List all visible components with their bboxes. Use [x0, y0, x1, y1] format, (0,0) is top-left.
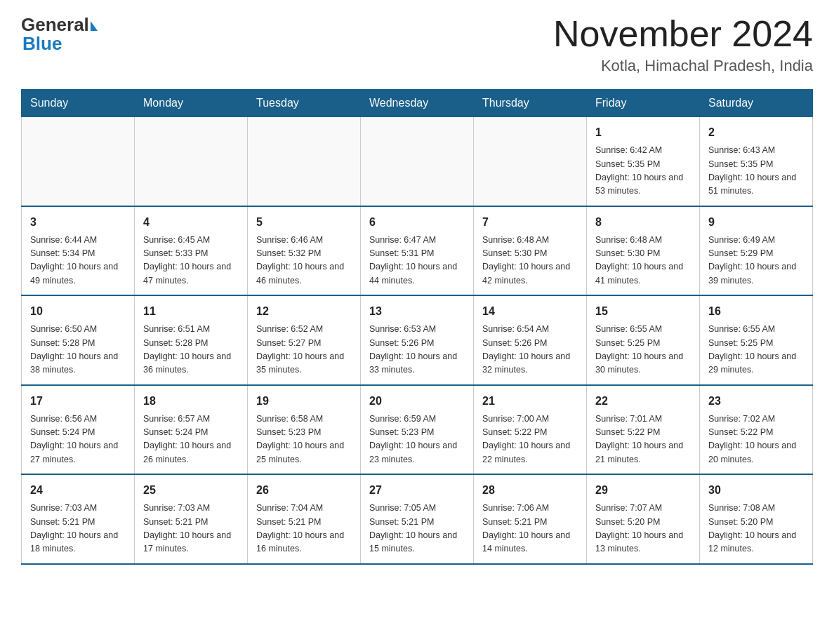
day-number: 28 [482, 482, 578, 499]
day-info: Sunrise: 6:43 AMSunset: 5:35 PMDaylight:… [708, 144, 804, 199]
calendar-cell: 2Sunrise: 6:43 AMSunset: 5:35 PMDaylight… [700, 117, 813, 206]
calendar-cell: 29Sunrise: 7:07 AMSunset: 5:20 PMDayligh… [587, 474, 700, 564]
day-info: Sunrise: 7:07 AMSunset: 5:20 PMDaylight:… [595, 502, 691, 556]
day-info: Sunrise: 6:45 AMSunset: 5:33 PMDaylight:… [143, 234, 239, 288]
day-info: Sunrise: 7:08 AMSunset: 5:20 PMDaylight:… [708, 502, 804, 556]
calendar-cell: 23Sunrise: 7:02 AMSunset: 5:22 PMDayligh… [700, 385, 813, 475]
day-info: Sunrise: 7:01 AMSunset: 5:22 PMDaylight:… [595, 412, 691, 467]
day-info: Sunrise: 6:46 AMSunset: 5:32 PMDaylight:… [256, 234, 352, 288]
calendar-cell: 20Sunrise: 6:59 AMSunset: 5:23 PMDayligh… [361, 385, 474, 475]
day-number: 9 [708, 214, 804, 231]
calendar-cell: 10Sunrise: 6:50 AMSunset: 5:28 PMDayligh… [22, 295, 135, 385]
calendar-cell: 26Sunrise: 7:04 AMSunset: 5:21 PMDayligh… [248, 474, 361, 564]
day-number: 27 [369, 482, 465, 499]
day-number: 5 [256, 214, 352, 231]
day-number: 22 [595, 393, 691, 410]
day-number: 15 [595, 303, 691, 320]
calendar-table: SundayMondayTuesdayWednesdayThursdayFrid… [21, 89, 813, 565]
calendar-cell: 5Sunrise: 6:46 AMSunset: 5:32 PMDaylight… [248, 206, 361, 296]
day-info: Sunrise: 6:55 AMSunset: 5:25 PMDaylight:… [708, 323, 804, 377]
calendar-header-thursday: Thursday [474, 90, 587, 117]
day-info: Sunrise: 6:44 AMSunset: 5:34 PMDaylight:… [30, 234, 126, 288]
calendar-cell: 7Sunrise: 6:48 AMSunset: 5:30 PMDaylight… [474, 206, 587, 296]
calendar-header-friday: Friday [587, 90, 700, 117]
day-info: Sunrise: 6:54 AMSunset: 5:26 PMDaylight:… [482, 323, 578, 377]
day-number: 26 [256, 482, 352, 499]
day-info: Sunrise: 6:56 AMSunset: 5:24 PMDaylight:… [30, 412, 126, 467]
calendar-cell: 4Sunrise: 6:45 AMSunset: 5:33 PMDaylight… [135, 206, 248, 296]
day-number: 29 [595, 482, 691, 499]
calendar-cell [248, 117, 361, 206]
calendar-cell: 21Sunrise: 7:00 AMSunset: 5:22 PMDayligh… [474, 385, 587, 475]
day-info: Sunrise: 6:50 AMSunset: 5:28 PMDaylight:… [30, 323, 126, 377]
day-info: Sunrise: 6:48 AMSunset: 5:30 PMDaylight:… [482, 234, 578, 288]
calendar-cell: 24Sunrise: 7:03 AMSunset: 5:21 PMDayligh… [22, 474, 135, 564]
day-number: 11 [143, 303, 239, 320]
day-info: Sunrise: 6:49 AMSunset: 5:29 PMDaylight:… [708, 234, 804, 288]
calendar-week-row: 3Sunrise: 6:44 AMSunset: 5:34 PMDaylight… [22, 206, 813, 296]
day-number: 6 [369, 214, 465, 231]
day-info: Sunrise: 7:03 AMSunset: 5:21 PMDaylight:… [30, 502, 126, 556]
day-info: Sunrise: 6:51 AMSunset: 5:28 PMDaylight:… [143, 323, 239, 377]
page-header: General Blue November 2024 Kotla, Himach… [21, 14, 813, 75]
day-number: 3 [30, 214, 126, 231]
calendar-cell: 22Sunrise: 7:01 AMSunset: 5:22 PMDayligh… [587, 385, 700, 475]
calendar-cell: 9Sunrise: 6:49 AMSunset: 5:29 PMDaylight… [700, 206, 813, 296]
calendar-header-wednesday: Wednesday [361, 90, 474, 117]
day-number: 24 [30, 482, 126, 499]
calendar-cell: 6Sunrise: 6:47 AMSunset: 5:31 PMDaylight… [361, 206, 474, 296]
day-number: 21 [482, 393, 578, 410]
calendar-header-monday: Monday [135, 90, 248, 117]
calendar-cell: 11Sunrise: 6:51 AMSunset: 5:28 PMDayligh… [135, 295, 248, 385]
calendar-header-tuesday: Tuesday [248, 90, 361, 117]
calendar-cell: 30Sunrise: 7:08 AMSunset: 5:20 PMDayligh… [700, 474, 813, 564]
day-info: Sunrise: 7:02 AMSunset: 5:22 PMDaylight:… [708, 412, 804, 467]
calendar-cell: 18Sunrise: 6:57 AMSunset: 5:24 PMDayligh… [135, 385, 248, 475]
calendar-header-saturday: Saturday [700, 90, 813, 117]
day-info: Sunrise: 7:03 AMSunset: 5:21 PMDaylight:… [143, 502, 239, 556]
calendar-cell: 3Sunrise: 6:44 AMSunset: 5:34 PMDaylight… [22, 206, 135, 296]
day-info: Sunrise: 6:55 AMSunset: 5:25 PMDaylight:… [595, 323, 691, 377]
day-number: 10 [30, 303, 126, 320]
calendar-cell: 19Sunrise: 6:58 AMSunset: 5:23 PMDayligh… [248, 385, 361, 475]
day-number: 20 [369, 393, 465, 410]
day-info: Sunrise: 6:57 AMSunset: 5:24 PMDaylight:… [143, 412, 239, 467]
calendar-cell: 1Sunrise: 6:42 AMSunset: 5:35 PMDaylight… [587, 117, 700, 206]
day-number: 30 [708, 482, 804, 499]
page-title: November 2024 [553, 14, 813, 54]
day-number: 25 [143, 482, 239, 499]
day-info: Sunrise: 6:47 AMSunset: 5:31 PMDaylight:… [369, 234, 465, 288]
calendar-cell: 15Sunrise: 6:55 AMSunset: 5:25 PMDayligh… [587, 295, 700, 385]
day-number: 4 [143, 214, 239, 231]
day-number: 23 [708, 393, 804, 410]
calendar-cell [361, 117, 474, 206]
calendar-week-row: 10Sunrise: 6:50 AMSunset: 5:28 PMDayligh… [22, 295, 813, 385]
day-info: Sunrise: 6:48 AMSunset: 5:30 PMDaylight:… [595, 234, 691, 288]
calendar-cell: 14Sunrise: 6:54 AMSunset: 5:26 PMDayligh… [474, 295, 587, 385]
day-number: 13 [369, 303, 465, 320]
day-number: 16 [708, 303, 804, 320]
day-info: Sunrise: 6:42 AMSunset: 5:35 PMDaylight:… [595, 144, 691, 199]
calendar-week-row: 1Sunrise: 6:42 AMSunset: 5:35 PMDaylight… [22, 117, 813, 206]
calendar-cell: 16Sunrise: 6:55 AMSunset: 5:25 PMDayligh… [700, 295, 813, 385]
calendar-week-row: 24Sunrise: 7:03 AMSunset: 5:21 PMDayligh… [22, 474, 813, 564]
day-number: 18 [143, 393, 239, 410]
calendar-cell: 12Sunrise: 6:52 AMSunset: 5:27 PMDayligh… [248, 295, 361, 385]
day-info: Sunrise: 6:58 AMSunset: 5:23 PMDaylight:… [256, 412, 352, 467]
day-info: Sunrise: 6:59 AMSunset: 5:23 PMDaylight:… [369, 412, 465, 467]
day-number: 8 [595, 214, 691, 231]
calendar-cell: 17Sunrise: 6:56 AMSunset: 5:24 PMDayligh… [22, 385, 135, 475]
day-number: 1 [595, 124, 691, 141]
day-info: Sunrise: 7:00 AMSunset: 5:22 PMDaylight:… [482, 412, 578, 467]
logo: General Blue [21, 14, 98, 55]
calendar-cell [135, 117, 248, 206]
calendar-header-row: SundayMondayTuesdayWednesdayThursdayFrid… [22, 90, 813, 117]
day-number: 2 [708, 124, 804, 141]
day-number: 14 [482, 303, 578, 320]
logo-blue-word: Blue [22, 33, 62, 55]
day-info: Sunrise: 6:53 AMSunset: 5:26 PMDaylight:… [369, 323, 465, 377]
calendar-cell: 28Sunrise: 7:06 AMSunset: 5:21 PMDayligh… [474, 474, 587, 564]
calendar-cell: 13Sunrise: 6:53 AMSunset: 5:26 PMDayligh… [361, 295, 474, 385]
calendar-cell [474, 117, 587, 206]
calendar-cell: 27Sunrise: 7:05 AMSunset: 5:21 PMDayligh… [361, 474, 474, 564]
